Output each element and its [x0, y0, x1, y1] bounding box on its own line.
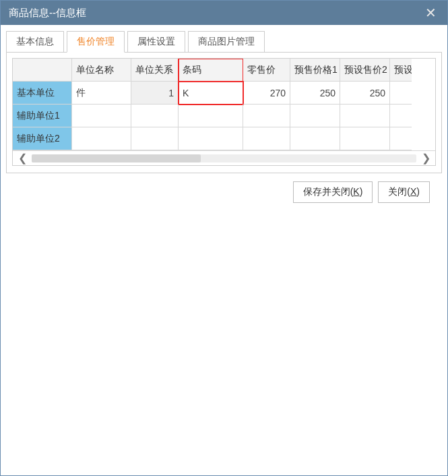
cell-preset-price-1[interactable]: 250 — [290, 82, 340, 105]
cell-unit-relation[interactable] — [131, 105, 179, 127]
product-info-dialog: 商品信息--信息框 ✕ 基本信息 售价管理 属性设置 商品图片管理 单位名称 单… — [0, 0, 448, 476]
save-close-label-post: ) — [360, 186, 363, 197]
cell-preset-price-3[interactable] — [390, 105, 412, 127]
tab-body-price: 单位名称 单位关系 条码 零售价 预售价格1 预设售价2 预设 基本单位 件 1… — [6, 52, 442, 173]
header-preset-price-3-truncated[interactable]: 预设 — [390, 59, 412, 82]
row-label-aux-unit-1: 辅助单位1 — [13, 105, 72, 127]
cell-unit-name[interactable] — [72, 105, 131, 127]
row-label-aux-unit-2: 辅助单位2 — [13, 127, 72, 150]
cell-preset-price-2[interactable] — [340, 127, 390, 150]
cell-preset-price-1[interactable] — [290, 105, 340, 127]
cell-preset-price-3[interactable] — [390, 82, 412, 105]
tab-price-manage[interactable]: 售价管理 — [67, 31, 125, 53]
cell-unit-name[interactable] — [72, 127, 131, 150]
tab-strip: 基本信息 售价管理 属性设置 商品图片管理 — [6, 30, 442, 52]
header-preset-price-2[interactable]: 预设售价2 — [340, 59, 390, 82]
header-blank — [13, 59, 72, 82]
cell-barcode[interactable] — [179, 127, 243, 150]
close-icon[interactable]: ✕ — [422, 6, 439, 20]
cell-barcode[interactable]: K — [179, 82, 243, 105]
header-barcode[interactable]: 条码 — [179, 59, 243, 82]
table-row: 辅助单位1 — [13, 105, 435, 127]
price-grid: 单位名称 单位关系 条码 零售价 预售价格1 预设售价2 预设 基本单位 件 1… — [12, 58, 436, 166]
tab-attribute-settings[interactable]: 属性设置 — [127, 31, 185, 53]
header-unit-relation[interactable]: 单位关系 — [131, 59, 179, 82]
close-label-pre: 关闭( — [388, 186, 410, 197]
save-and-close-button[interactable]: 保存并关闭(K) — [293, 181, 373, 203]
scroll-track[interactable] — [32, 154, 416, 162]
dialog-content: 基本信息 售价管理 属性设置 商品图片管理 单位名称 单位关系 条码 零售价 预… — [1, 25, 447, 475]
row-label-base-unit: 基本单位 — [13, 82, 72, 105]
save-close-label-pre: 保存并关闭( — [303, 186, 354, 197]
cell-barcode[interactable] — [179, 105, 243, 127]
header-unit-name[interactable]: 单位名称 — [72, 59, 131, 82]
cell-retail-price[interactable] — [243, 127, 290, 150]
cell-unit-relation[interactable]: 1 — [131, 82, 179, 105]
close-label-post: ) — [416, 186, 420, 197]
table-row: 基本单位 件 1 K 270 250 250 — [13, 82, 435, 105]
cell-retail-price[interactable]: 270 — [243, 82, 290, 105]
tab-basic-info[interactable]: 基本信息 — [6, 31, 64, 53]
horizontal-scrollbar[interactable]: ❮ ❯ — [13, 150, 435, 165]
cell-preset-price-2[interactable]: 250 — [340, 82, 390, 105]
header-retail-price[interactable]: 零售价 — [243, 59, 290, 82]
cell-preset-price-2[interactable] — [340, 105, 390, 127]
cell-retail-price[interactable] — [243, 105, 290, 127]
table-row: 辅助单位2 — [13, 127, 435, 150]
save-close-hotkey: K — [353, 186, 359, 197]
scroll-left-icon[interactable]: ❮ — [13, 152, 32, 165]
grid-header-row: 单位名称 单位关系 条码 零售价 预售价格1 预设售价2 预设 — [13, 59, 435, 82]
cell-preset-price-1[interactable] — [290, 127, 340, 150]
window-title: 商品信息--信息框 — [9, 7, 86, 20]
title-bar: 商品信息--信息框 ✕ — [1, 1, 447, 25]
cell-unit-relation[interactable] — [131, 127, 179, 150]
scroll-thumb[interactable] — [32, 154, 201, 162]
cell-preset-price-3[interactable] — [390, 127, 412, 150]
cell-unit-name[interactable]: 件 — [72, 82, 131, 105]
close-button[interactable]: 关闭(X) — [378, 181, 430, 203]
tab-product-image-manage[interactable]: 商品图片管理 — [188, 31, 265, 53]
header-preset-price-1[interactable]: 预售价格1 — [290, 59, 340, 82]
scroll-right-icon[interactable]: ❯ — [416, 152, 435, 165]
close-hotkey: X — [410, 186, 416, 197]
dialog-footer: 保存并关闭(K) 关闭(X) — [6, 173, 442, 211]
